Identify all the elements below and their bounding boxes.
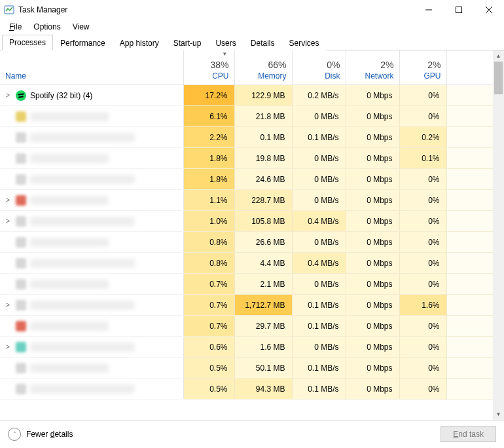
- tab-app-history[interactable]: App history: [113, 35, 166, 50]
- expand-icon[interactable]: >: [4, 217, 12, 225]
- tab-performance[interactable]: Performance: [53, 35, 113, 50]
- table-row[interactable]: 1.8%19.8 MB0 MB/s0 Mbps0.1%: [0, 148, 493, 169]
- tab-processes[interactable]: Processes: [2, 35, 53, 50]
- maximize-button[interactable]: [444, 0, 474, 20]
- table-row[interactable]: >1.0%105.8 MB0.4 MB/s0 Mbps0%: [0, 211, 493, 232]
- menu-view[interactable]: View: [67, 21, 95, 33]
- tab-details[interactable]: Details: [243, 35, 282, 50]
- cell-disk: 0 MB/s: [292, 169, 346, 190]
- process-name-redacted: [30, 259, 135, 268]
- cell-disk: 0.4 MB/s: [292, 253, 346, 274]
- task-manager-icon: [4, 5, 14, 15]
- process-name-redacted: [30, 322, 109, 331]
- vertical-scrollbar[interactable]: ▲ ▼: [493, 50, 504, 420]
- table-row[interactable]: 0.8%26.6 MB0 MB/s0 Mbps0%: [0, 232, 493, 253]
- process-name-redacted: [30, 217, 135, 226]
- table-row[interactable]: 1.8%24.6 MB0 MB/s0 Mbps0%: [0, 169, 493, 190]
- process-name-cell[interactable]: [0, 232, 183, 253]
- table-row[interactable]: 0.8%4.4 MB0.4 MB/s0 Mbps0%: [0, 253, 493, 274]
- tab-users[interactable]: Users: [208, 35, 243, 50]
- process-name-cell[interactable]: [0, 106, 183, 127]
- col-gpu[interactable]: 2% GPU: [399, 50, 446, 85]
- minimize-button[interactable]: [414, 0, 444, 20]
- process-name: Spotify (32 bit) (4): [30, 91, 92, 100]
- scroll-track[interactable]: [493, 62, 504, 409]
- cell-net: 0 Mbps: [346, 316, 399, 337]
- cell-cpu: 1.8%: [183, 169, 234, 190]
- menu-file[interactable]: File: [4, 21, 27, 33]
- table-row[interactable]: 2.2%0.1 MB0.1 MB/s0 Mbps0.2%: [0, 127, 493, 148]
- close-button[interactable]: [474, 0, 504, 20]
- process-name-cell[interactable]: [0, 358, 183, 379]
- end-task-button[interactable]: End task: [441, 426, 496, 442]
- table-row[interactable]: 6.1%21.8 MB0 MB/s0 Mbps0%: [0, 106, 493, 127]
- process-name-cell[interactable]: [0, 274, 183, 295]
- tab-services[interactable]: Services: [281, 35, 326, 50]
- cell-gpu: 0%: [399, 190, 446, 211]
- table-row[interactable]: 0.5%50.1 MB0.1 MB/s0 Mbps0%: [0, 358, 493, 379]
- col-disk[interactable]: 0% Disk: [292, 50, 346, 85]
- process-table: Name ▾ 38% CPU 66% Memory 0%: [0, 50, 493, 400]
- process-name-cell[interactable]: >: [0, 337, 183, 358]
- cell-gpu: 0%: [399, 211, 446, 232]
- scroll-up-icon[interactable]: ▲: [493, 50, 504, 62]
- process-name-redacted: [30, 238, 109, 247]
- col-cpu[interactable]: ▾ 38% CPU: [183, 50, 234, 85]
- process-icon: [16, 237, 26, 248]
- table-row[interactable]: 0.5%94.3 MB0.1 MB/s0 Mbps0%: [0, 379, 493, 400]
- cell-mem: 24.6 MB: [234, 169, 292, 190]
- cell-spacer: [446, 232, 493, 253]
- table-row[interactable]: 0.7%2.1 MB0 MB/s0 Mbps0%: [0, 274, 493, 295]
- cell-net: 0 Mbps: [346, 274, 399, 295]
- table-row[interactable]: >0.6%1.6 MB0 MB/s0 Mbps0%: [0, 337, 493, 358]
- table-row[interactable]: >Spotify (32 bit) (4)17.2%122.9 MB0.2 MB…: [0, 85, 493, 106]
- expand-icon[interactable]: >: [4, 301, 12, 308]
- process-name-cell[interactable]: [0, 316, 183, 337]
- process-name-cell[interactable]: [0, 169, 183, 190]
- cell-gpu: 0%: [399, 253, 446, 274]
- cell-gpu: 0%: [399, 85, 446, 106]
- table-row[interactable]: 0.7%29.7 MB0.1 MB/s0 Mbps0%: [0, 316, 493, 337]
- process-icon: [16, 111, 26, 122]
- scroll-down-icon[interactable]: ▼: [493, 409, 504, 420]
- process-icon: [16, 153, 26, 164]
- col-name[interactable]: Name: [0, 50, 183, 85]
- table-row[interactable]: >1.1%228.7 MB0 MB/s0 Mbps0%: [0, 190, 493, 211]
- titlebar[interactable]: Task Manager: [0, 0, 504, 20]
- expand-icon[interactable]: >: [4, 196, 12, 204]
- cell-spacer: [446, 316, 493, 337]
- cell-mem: 105.8 MB: [234, 211, 292, 232]
- process-name-redacted: [30, 154, 109, 163]
- process-name-cell[interactable]: >: [0, 211, 183, 232]
- cell-cpu: 0.5%: [183, 379, 234, 400]
- expand-icon[interactable]: >: [4, 343, 12, 350]
- scroll-thumb[interactable]: [494, 62, 503, 94]
- cell-net: 0 Mbps: [346, 190, 399, 211]
- process-name-cell[interactable]: >: [0, 190, 183, 211]
- cell-gpu: 0%: [399, 169, 446, 190]
- cell-disk: 0 MB/s: [292, 106, 346, 127]
- cell-net: 0 Mbps: [346, 169, 399, 190]
- tab-start-up[interactable]: Start-up: [166, 35, 209, 50]
- cell-disk: 0.4 MB/s: [292, 211, 346, 232]
- expand-icon[interactable]: >: [4, 92, 12, 99]
- cell-mem: 1.6 MB: [234, 337, 292, 358]
- col-memory[interactable]: 66% Memory: [234, 50, 292, 85]
- process-name-cell[interactable]: >Spotify (32 bit) (4): [0, 85, 183, 106]
- cell-gpu: 1.6%: [399, 295, 446, 316]
- fewer-details-button[interactable]: ˄ Fewer details: [8, 428, 73, 441]
- cell-mem: 0.1 MB: [234, 127, 292, 148]
- window-title: Task Manager: [18, 5, 67, 14]
- cell-mem: 26.6 MB: [234, 232, 292, 253]
- process-name-cell[interactable]: [0, 127, 183, 148]
- col-network[interactable]: 2% Network: [346, 50, 399, 85]
- task-manager-window: Task Manager File Options View Processes…: [0, 0, 504, 448]
- cell-mem: 94.3 MB: [234, 379, 292, 400]
- process-name-cell[interactable]: [0, 253, 183, 274]
- cell-disk: 0 MB/s: [292, 190, 346, 211]
- process-name-cell[interactable]: [0, 379, 183, 400]
- process-name-cell[interactable]: [0, 148, 183, 169]
- menu-options[interactable]: Options: [28, 21, 65, 33]
- process-name-cell[interactable]: >: [0, 295, 183, 316]
- table-row[interactable]: >0.7%1,712.7 MB0.1 MB/s0 Mbps1.6%: [0, 295, 493, 316]
